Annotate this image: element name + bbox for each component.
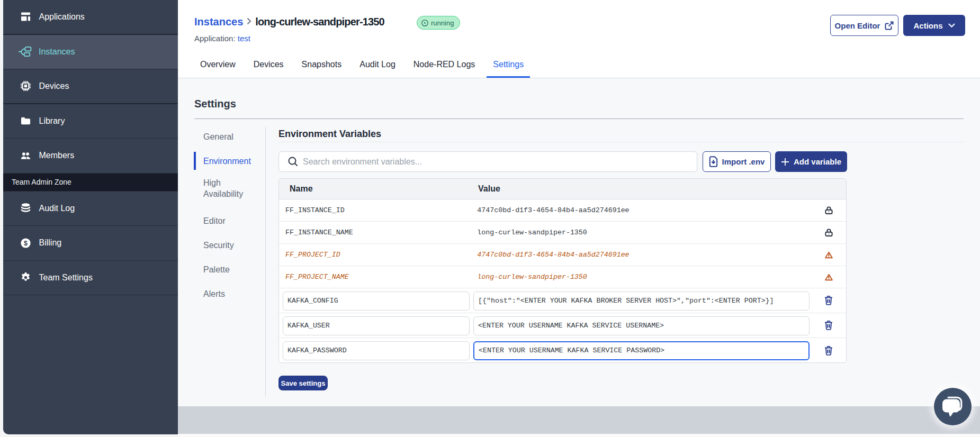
svg-text:$: $ xyxy=(24,240,28,247)
